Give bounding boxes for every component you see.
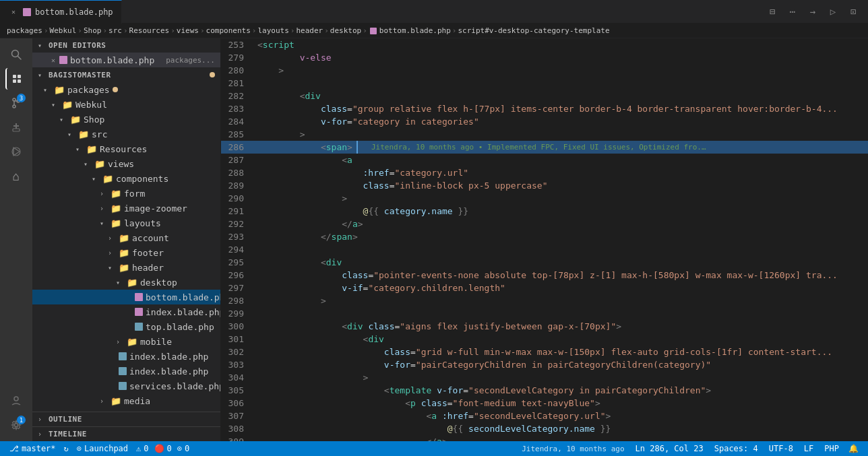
tree-item-account[interactable]: › 📁 account (32, 230, 220, 245)
outline-label: OUTLINE (49, 415, 82, 424)
breadcrumb-header[interactable]: header (296, 26, 323, 35)
item-label: components (116, 174, 168, 184)
tree-item-services[interactable]: services.blade.php (32, 379, 220, 393)
tree-item-form[interactable]: › 📁 form (32, 186, 220, 201)
tree-item-header[interactable]: ▾ 📁 header (32, 260, 220, 275)
code-line-306: 306 <p class="font-medium text-navyBlue"… (221, 397, 868, 410)
tree-item-shop[interactable]: ▾ 📁 Shop (32, 112, 220, 127)
item-label: index.blade.php (146, 307, 220, 317)
breadcrumb-components[interactable]: components (206, 26, 251, 35)
line-number: 286 (221, 141, 255, 154)
activity-extensions[interactable] (5, 117, 27, 138)
sync-icon: ↻ (64, 444, 69, 453)
split-right-icon[interactable]: ⊡ (844, 2, 863, 21)
folder-icon: 📁 (62, 100, 73, 110)
status-language[interactable]: PHP (819, 444, 844, 453)
root-item[interactable]: ▾ BAGISTOMASTER (32, 67, 220, 82)
tree-item-index2[interactable]: index.blade.php (32, 364, 220, 379)
outline-header[interactable]: › OUTLINE (32, 412, 220, 426)
close-file-icon[interactable]: ✕ (49, 55, 58, 65)
open-editors-arrow: ▾ (38, 42, 49, 49)
tab-bottom-blade[interactable]: ✕ bottom.blade.php (0, 0, 122, 24)
folder-icon: 📁 (111, 218, 121, 228)
activity-source-control[interactable]: 3 (5, 92, 27, 114)
line-number: 289 (221, 179, 255, 192)
tree-item-packages[interactable]: ▾ 📁 packages (32, 82, 220, 97)
code-line-289: 289 class="inline-block px-5 uppercase" (221, 179, 868, 192)
status-launchpad[interactable]: ⊙ Launchpad (73, 441, 132, 456)
item-label: packages (67, 85, 110, 95)
tree-item-mobile[interactable]: › 📁 mobile (32, 334, 220, 349)
breadcrumb-filename[interactable]: bottom.blade.php (379, 26, 451, 35)
breadcrumb-webkul[interactable]: Webkul (50, 26, 77, 35)
line-code: v-else (255, 51, 868, 64)
code-line-302: 302 class="grid w-full min-w-max max-w-[… (221, 346, 868, 358)
activity-explorer[interactable] (5, 68, 27, 90)
run-icon[interactable]: ▷ (824, 2, 842, 21)
line-code: <div (255, 90, 868, 102)
timeline-header[interactable]: › TIMELINE (32, 427, 220, 441)
status-feedback[interactable]: 🔔 (844, 444, 863, 453)
tree-item-layouts[interactable]: ▾ 📁 layouts (32, 216, 220, 230)
item-label: account (132, 233, 169, 243)
status-position[interactable]: Ln 286, Col 23 (630, 444, 709, 453)
breadcrumb-resources[interactable]: Resources (129, 26, 170, 35)
code-line-295: 295 <div (221, 256, 868, 269)
folder-arrow: ▾ (43, 86, 54, 94)
breadcrumb-src[interactable]: src (108, 26, 122, 35)
line-number: 296 (221, 269, 255, 282)
folder-arrow: ▾ (51, 101, 62, 108)
open-file-name: bottom.blade.php (70, 55, 166, 65)
status-errors[interactable]: ⚠ 0 🔴 0 ⊙ 0 (132, 441, 193, 456)
tree-item-views[interactable]: ▾ 📁 views (32, 156, 220, 171)
tree-item-image-zoomer[interactable]: › 📁 image-zoomer (32, 201, 220, 216)
tree-item-footer[interactable]: › 📁 footer (32, 245, 220, 260)
breadcrumb-shop[interactable]: Shop (84, 26, 102, 35)
tree-item-resources[interactable]: ▾ 📁 Resources (32, 141, 220, 156)
launchpad-label: Launchpad (84, 444, 128, 453)
tree-item-bottom-blade[interactable]: bottom.blade.php (32, 290, 220, 304)
code-line-300: 300 <div class="aigns flex justify-betwe… (221, 320, 868, 333)
tree-item-components[interactable]: ▾ 📁 components (32, 171, 220, 186)
item-label: footer (132, 248, 164, 258)
breadcrumb-packages[interactable]: packages (7, 26, 42, 35)
line-code: > (255, 294, 868, 307)
status-spaces[interactable]: Spaces: 4 (709, 444, 764, 453)
breadcrumb-symbol[interactable]: script#v-desktop-category-template (458, 26, 609, 35)
split-editor-icon[interactable]: ⊟ (763, 2, 782, 21)
status-encoding[interactable]: UTF-8 (764, 444, 799, 453)
tree-item-desktop[interactable]: ▾ 📁 desktop (32, 275, 220, 290)
folder-arrow: ▾ (59, 116, 70, 123)
tree-item-top-blade[interactable]: top.blade.php (32, 319, 220, 334)
forward-icon[interactable]: → (803, 2, 822, 21)
line-number: 303 (221, 358, 255, 371)
tree-item-header-index[interactable]: index.blade.php (32, 349, 220, 364)
tab-close-icon[interactable]: ✕ (8, 7, 19, 18)
code-line-309: 309 </a> (221, 435, 868, 441)
inline-chat-icon[interactable]: ⋯ (783, 2, 802, 21)
status-blame: Jitendra, 10 months ago (516, 445, 629, 453)
status-line-ending[interactable]: LF (799, 444, 819, 453)
breadcrumb-file-icon (370, 28, 377, 34)
activity-remote[interactable]: ⌂ (5, 165, 27, 187)
open-editors-header[interactable]: ▾ OPEN EDITORS (32, 38, 220, 53)
status-branch[interactable]: ⎇ master* (5, 441, 60, 456)
tree-item-src[interactable]: ▾ 📁 src (32, 127, 220, 141)
breadcrumb-layouts[interactable]: layouts (257, 26, 288, 35)
tree-item-index-blade[interactable]: index.blade.php (32, 304, 220, 319)
open-editor-item[interactable]: ✕ bottom.blade.php packages... (32, 53, 220, 67)
status-sync[interactable]: ↻ (60, 441, 73, 456)
tree-item-media[interactable]: › 📁 media (32, 393, 220, 408)
line-code: <a :href="secondLevelCategory.url"> (255, 410, 868, 422)
tree-item-webkul[interactable]: ▾ 📁 Webkul (32, 97, 220, 112)
line-code: <div class="aigns flex justify-between g… (255, 320, 868, 333)
activity-settings[interactable]: 1 (5, 414, 27, 436)
code-line-290: 290 > (221, 192, 868, 205)
breadcrumb-views[interactable]: views (177, 26, 199, 35)
activity-search[interactable] (5, 44, 27, 65)
breadcrumb-desktop[interactable]: desktop (330, 26, 361, 35)
editor[interactable]: 253 <script 279 v-else 280 > (221, 38, 868, 441)
folder-arrow: ▾ (84, 160, 94, 168)
activity-accounts[interactable] (5, 390, 27, 412)
activity-run[interactable] (5, 141, 27, 162)
